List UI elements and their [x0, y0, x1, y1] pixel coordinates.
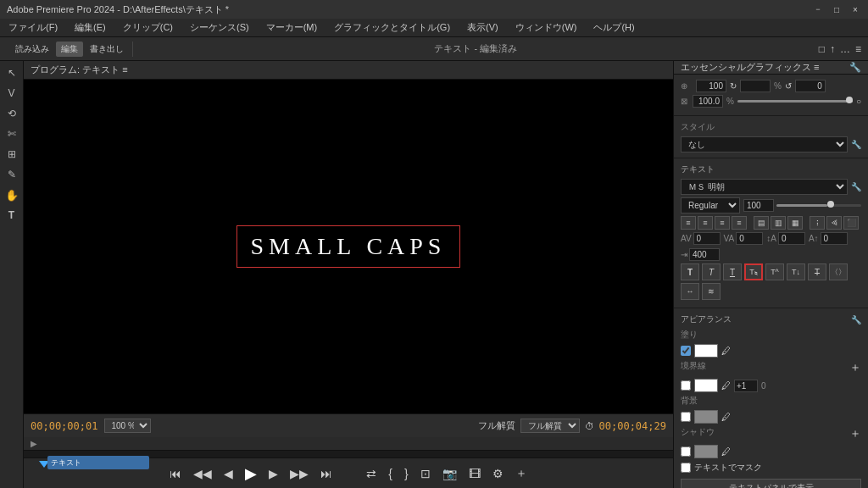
mask-checkbox[interactable] [681, 463, 691, 473]
go-end-button[interactable]: ⏭ [317, 465, 336, 482]
dist-horiz-button[interactable]: ⫶ [810, 216, 825, 230]
mark-in-button[interactable]: { [385, 465, 396, 482]
shadow-swatch[interactable] [694, 445, 718, 458]
scale-input[interactable] [693, 95, 723, 108]
leading-input[interactable] [778, 232, 805, 245]
step-back-button[interactable]: ◀◀ [190, 465, 215, 482]
resolution-select[interactable]: フル解質 1/2 1/4 [520, 419, 580, 433]
underline-button[interactable]: T [723, 263, 742, 280]
font-size-slider[interactable] [776, 204, 861, 207]
menu-clip[interactable]: クリップ(C) [120, 19, 176, 36]
export-frame-button[interactable]: 🎞 [465, 465, 484, 482]
scale-slider[interactable] [737, 100, 853, 103]
tracking-input[interactable] [693, 232, 721, 245]
mark-out-button[interactable]: } [401, 465, 412, 482]
font-settings-button[interactable]: 🔧 [851, 182, 861, 191]
ligature-button[interactable]: 〈〉 [829, 263, 848, 280]
menu-view[interactable]: 表示(V) [464, 19, 502, 36]
position-x-input[interactable] [696, 80, 726, 92]
tab-input[interactable] [689, 248, 720, 261]
menu-sequence[interactable]: シーケンス(S) [186, 19, 253, 36]
next-frame-button[interactable]: ▶ [265, 465, 281, 482]
tool-selection[interactable]: ↖ [3, 64, 20, 81]
kerning-input[interactable] [736, 232, 763, 245]
stroke-swatch[interactable] [694, 379, 718, 392]
bg-eyedropper[interactable]: 🖊 [721, 412, 731, 422]
baseline-input[interactable] [821, 232, 848, 245]
step-forward-button[interactable]: ▶▶ [287, 465, 312, 482]
style-wrench-button[interactable]: 🔧 [851, 140, 861, 149]
stroke-width-input[interactable] [734, 380, 758, 392]
style-select[interactable]: なし [681, 136, 848, 152]
rotation-value-input[interactable] [795, 80, 826, 92]
align-middle-button[interactable]: ▥ [771, 216, 786, 230]
direction-button[interactable]: ↔ [681, 283, 699, 300]
minimize-button[interactable]: － [812, 3, 824, 15]
dist-equal-button[interactable]: ⬛ [843, 216, 859, 230]
add-stroke-button[interactable]: ＋ [849, 360, 861, 375]
toolbar-icon-4[interactable]: ≡ [855, 43, 861, 55]
tool-hand[interactable]: ✋ [3, 186, 20, 203]
align-right-button[interactable]: ≡ [715, 216, 730, 230]
camera-button[interactable]: 📷 [439, 465, 460, 482]
timecode-in[interactable]: 00;00;00;01 [31, 420, 97, 432]
more-button[interactable]: ≋ [702, 283, 721, 300]
add-shadow-button[interactable]: ＋ [849, 426, 861, 441]
close-button[interactable]: × [849, 3, 861, 15]
prev-frame-button[interactable]: ◀ [220, 465, 236, 482]
safe-margins-button[interactable]: ⊡ [417, 465, 434, 482]
text-overlay-box[interactable]: SMALL CAPS [236, 225, 461, 268]
toolbar-icon-1[interactable]: □ [819, 43, 825, 55]
menu-help[interactable]: ヘルプ(H) [590, 19, 637, 36]
stroke-eyedropper[interactable]: 🖊 [721, 380, 731, 391]
panel-wrench-button[interactable]: 🔧 [849, 62, 861, 73]
dist-vert-button[interactable]: ⫷ [826, 216, 842, 230]
strikethrough-button[interactable]: T [808, 263, 826, 280]
shadow-eyedropper[interactable]: 🖊 [721, 446, 731, 457]
workspace-edit-button[interactable]: 編集 [56, 42, 83, 57]
fill-eyedropper[interactable]: 🖊 [721, 346, 731, 356]
timecode-out[interactable]: 00;00;04;29 [599, 420, 666, 432]
bold-button[interactable]: T [681, 263, 699, 280]
tool-text[interactable]: T [3, 207, 20, 224]
rotation-input[interactable] [740, 80, 771, 92]
add-button[interactable]: ＋ [512, 464, 531, 483]
menu-window[interactable]: ウィンドウ(W) [512, 19, 581, 36]
workspace-import-button[interactable]: 読み込み [12, 42, 53, 57]
play-button[interactable]: ▶ [242, 463, 260, 485]
tool-track-select[interactable]: V [3, 85, 20, 102]
bg-swatch[interactable] [694, 410, 718, 424]
appearance-wrench-button[interactable]: 🔧 [851, 315, 861, 324]
italic-button[interactable]: T [702, 263, 721, 280]
clip-block[interactable]: テキスト [47, 456, 149, 469]
toolbar-icon-3[interactable]: … [840, 43, 850, 55]
menu-file[interactable]: ファイル(F) [5, 19, 61, 36]
font-select[interactable]: ＭＳ 明朝 [681, 179, 848, 195]
tool-razor[interactable]: ✄ [3, 125, 20, 142]
toolbar-icon-2[interactable]: ↑ [830, 43, 835, 55]
shadow-checkbox[interactable] [681, 446, 691, 457]
subscript-button[interactable]: T↓ [787, 263, 805, 280]
superscript-button[interactable]: T^ [765, 263, 784, 280]
align-bottom-button[interactable]: ▦ [787, 216, 803, 230]
fill-swatch[interactable] [694, 344, 718, 358]
menu-edit[interactable]: 編集(E) [71, 19, 109, 36]
font-size-input[interactable] [743, 199, 774, 212]
align-top-button[interactable]: ▤ [754, 216, 769, 230]
align-justify-button[interactable]: ≡ [732, 216, 747, 230]
settings-button[interactable]: ⚙ [489, 465, 507, 482]
zoom-select[interactable]: 100 % 50 % 75 % [104, 419, 151, 433]
bg-checkbox[interactable] [681, 412, 691, 422]
font-weight-select[interactable]: Regular Bold Italic [681, 197, 740, 214]
menu-graphics[interactable]: グラフィックとタイトル(G) [331, 19, 453, 36]
maximize-button[interactable]: □ [831, 3, 843, 15]
fill-checkbox[interactable] [681, 346, 691, 356]
menu-marker[interactable]: マーカー(M) [263, 19, 321, 36]
stroke-checkbox[interactable] [681, 380, 691, 391]
tool-slip[interactable]: ⊞ [3, 146, 20, 163]
align-center-button[interactable]: ≡ [698, 216, 713, 230]
tool-pen[interactable]: ✎ [3, 166, 20, 183]
text-panel-button[interactable]: テキストパネルで表示 [681, 479, 861, 488]
go-start-button[interactable]: ⏮ [166, 465, 185, 482]
loop-button[interactable]: ⇄ [363, 465, 380, 482]
